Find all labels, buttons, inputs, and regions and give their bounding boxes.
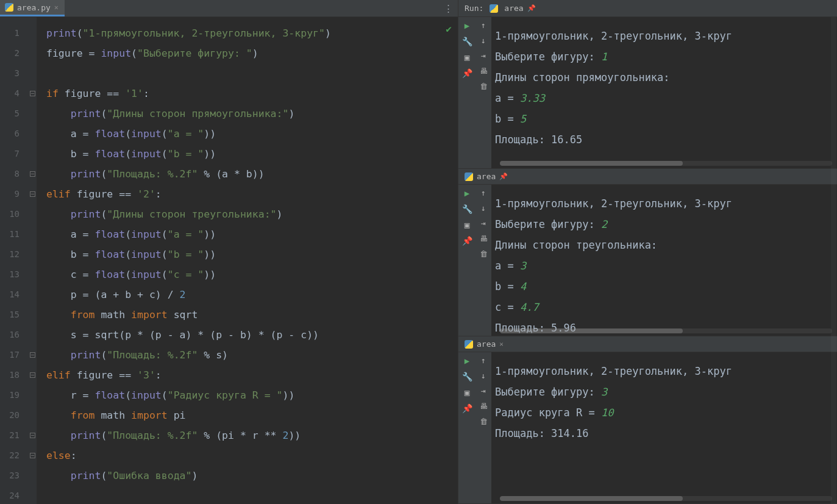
layout-button[interactable]: ▣ bbox=[465, 388, 469, 397]
line-number: 6 bbox=[0, 124, 20, 144]
settings-button[interactable]: 🔧 bbox=[462, 204, 472, 214]
line-number: 10 bbox=[0, 204, 20, 224]
line-number: 5 bbox=[0, 104, 20, 124]
fold-toggle-icon[interactable] bbox=[30, 453, 35, 458]
console-output[interactable]: 1-прямоугольник, 2-треугольник, 3-круг В… bbox=[491, 17, 837, 168]
line-number: 9 bbox=[0, 184, 20, 204]
run-tab-label: area bbox=[477, 172, 496, 181]
run-config-name[interactable]: area bbox=[504, 4, 523, 13]
run-tool-window: Run: area 📌 ▶🔧▣📌↑↓⇥🖶🗑1-прямоугольник, 2-… bbox=[458, 0, 837, 504]
run-panels: ▶🔧▣📌↑↓⇥🖶🗑1-прямоугольник, 2-треугольник,… bbox=[458, 17, 837, 504]
run-tab-header[interactable]: area📌 bbox=[458, 169, 837, 185]
soft-wrap-button[interactable]: ⇥ bbox=[481, 386, 486, 396]
line-number: 1 bbox=[0, 23, 20, 43]
clear-button[interactable]: 🗑 bbox=[480, 82, 488, 91]
pin-icon[interactable]: ✕ bbox=[499, 340, 504, 348]
line-number: 18 bbox=[0, 365, 20, 385]
line-number: 21 bbox=[0, 425, 20, 445]
settings-button[interactable]: 🔧 bbox=[462, 372, 472, 382]
run-tab-header[interactable]: area✕ bbox=[458, 336, 837, 352]
line-number: 23 bbox=[0, 466, 20, 486]
fold-toggle-icon[interactable] bbox=[30, 433, 35, 438]
python-run-icon bbox=[490, 4, 498, 13]
scroll-up-button[interactable]: ↑ bbox=[481, 188, 486, 197]
line-number: 3 bbox=[0, 63, 20, 83]
tab-label: area.py bbox=[17, 3, 51, 12]
clear-button[interactable]: 🗑 bbox=[480, 417, 488, 426]
run-header: Run: area 📌 bbox=[458, 0, 837, 17]
line-number: 2 bbox=[0, 43, 20, 63]
horizontal-scrollbar[interactable] bbox=[500, 496, 832, 501]
fold-toggle-icon[interactable] bbox=[30, 91, 35, 96]
horizontal-scrollbar[interactable] bbox=[500, 328, 832, 333]
fold-toggle-icon[interactable] bbox=[30, 191, 35, 197]
close-tab-icon[interactable]: ✕ bbox=[54, 3, 59, 12]
line-number: 12 bbox=[0, 244, 20, 264]
scroll-down-button[interactable]: ↓ bbox=[481, 371, 486, 380]
line-number: 4 bbox=[0, 83, 20, 104]
console-output[interactable]: 1-прямоугольник, 2-треугольник, 3-круг В… bbox=[491, 352, 837, 503]
layout-button[interactable]: ▣ bbox=[465, 220, 469, 230]
scroll-up-button[interactable]: ↑ bbox=[481, 356, 486, 365]
line-number: 8 bbox=[0, 164, 20, 184]
pin-icon[interactable]: 📌 bbox=[527, 4, 536, 12]
line-number: 17 bbox=[0, 345, 20, 365]
line-number: 14 bbox=[0, 285, 20, 305]
line-number: 13 bbox=[0, 264, 20, 285]
pin-icon[interactable]: 📌 bbox=[499, 172, 508, 180]
print-button[interactable]: 🖶 bbox=[480, 402, 488, 411]
run-label: Run: bbox=[465, 4, 483, 13]
line-number: 19 bbox=[0, 385, 20, 405]
clear-button[interactable]: 🗑 bbox=[480, 249, 488, 258]
fold-toggle-icon[interactable] bbox=[30, 171, 35, 177]
line-number: 7 bbox=[0, 144, 20, 164]
rerun-button[interactable]: ▶ bbox=[465, 356, 469, 366]
line-number: 16 bbox=[0, 325, 20, 345]
pin-button[interactable]: 📌 bbox=[462, 403, 472, 413]
line-number: 22 bbox=[0, 445, 20, 466]
pin-button[interactable]: 📌 bbox=[462, 236, 472, 246]
editor-pane: area.py ✕ ⋮ 1234567891011121314151617181… bbox=[0, 0, 458, 504]
line-number: 24 bbox=[0, 486, 20, 504]
fold-gutter bbox=[28, 17, 37, 504]
rerun-button[interactable]: ▶ bbox=[465, 188, 469, 198]
editor-tabbar: area.py ✕ ⋮ bbox=[0, 0, 458, 17]
run-panel: ▶🔧▣📌↑↓⇥🖶🗑1-прямоугольник, 2-треугольник,… bbox=[458, 352, 837, 504]
rerun-button[interactable]: ▶ bbox=[465, 21, 469, 30]
layout-button[interactable]: ▣ bbox=[465, 52, 469, 62]
scroll-down-button[interactable]: ↓ bbox=[481, 36, 486, 45]
settings-button[interactable]: 🔧 bbox=[462, 37, 472, 46]
line-number: 15 bbox=[0, 305, 20, 325]
code-area[interactable]: print("1-прямоугольник, 2-треугольник, 3… bbox=[37, 17, 458, 504]
run-panel: ▶🔧▣📌↑↓⇥🖶🗑1-прямоугольник, 2-треугольник,… bbox=[458, 17, 837, 169]
python-run-icon bbox=[465, 172, 473, 181]
tab-area-py[interactable]: area.py ✕ bbox=[0, 0, 65, 16]
editor-body[interactable]: 123456789101112131415161718192021222324 … bbox=[0, 17, 458, 504]
python-run-icon bbox=[465, 340, 473, 349]
line-number-gutter: 123456789101112131415161718192021222324 bbox=[0, 17, 28, 504]
line-number: 11 bbox=[0, 224, 20, 244]
scroll-up-button[interactable]: ↑ bbox=[481, 21, 486, 30]
soft-wrap-button[interactable]: ⇥ bbox=[481, 219, 486, 228]
inspection-ok-icon: ✔ bbox=[446, 23, 452, 35]
scroll-down-button[interactable]: ↓ bbox=[481, 204, 486, 213]
print-button[interactable]: 🖶 bbox=[480, 66, 488, 76]
run-tab-label: area bbox=[477, 339, 496, 349]
line-number: 20 bbox=[0, 405, 20, 425]
soft-wrap-button[interactable]: ⇥ bbox=[481, 51, 486, 60]
run-panel: ▶🔧▣📌↑↓⇥🖶🗑1-прямоугольник, 2-треугольник,… bbox=[458, 185, 837, 336]
tab-overflow-icon[interactable]: ⋮ bbox=[444, 0, 453, 16]
horizontal-scrollbar[interactable] bbox=[500, 161, 832, 166]
console-output[interactable]: 1-прямоугольник, 2-треугольник, 3-круг В… bbox=[491, 185, 837, 336]
print-button[interactable]: 🖶 bbox=[480, 234, 488, 243]
vertical-scrollbar[interactable] bbox=[831, 17, 836, 504]
fold-toggle-icon[interactable] bbox=[30, 352, 35, 358]
fold-toggle-icon[interactable] bbox=[30, 372, 35, 378]
python-file-icon bbox=[5, 3, 13, 12]
pin-button[interactable]: 📌 bbox=[462, 68, 472, 78]
